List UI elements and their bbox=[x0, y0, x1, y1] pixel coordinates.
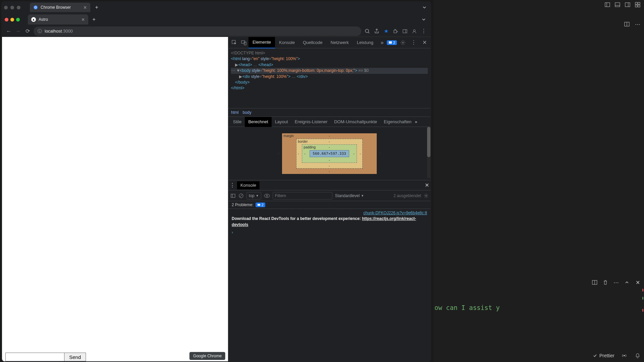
terminal-panel-icon[interactable] bbox=[591, 279, 598, 286]
settings-gear-icon[interactable] bbox=[424, 193, 428, 198]
maximize-window-icon[interactable] bbox=[17, 6, 20, 9]
panel-layout-icon-2[interactable] bbox=[614, 1, 621, 8]
issues-badge[interactable]: 2 bbox=[387, 40, 397, 45]
devtools-tab-performance[interactable]: Leistung bbox=[353, 37, 377, 48]
styles-tab-berechnet[interactable]: Berechnet bbox=[245, 117, 271, 127]
dock-tooltip: Google Chrome bbox=[189, 352, 225, 360]
clear-console-icon[interactable] bbox=[238, 193, 244, 198]
close-drawer-icon[interactable]: ✕ bbox=[425, 182, 429, 188]
browser-tab[interactable]: ▲ Astro ✕ bbox=[28, 14, 88, 25]
broadcast-icon[interactable] bbox=[620, 352, 628, 359]
trash-icon[interactable] bbox=[602, 279, 609, 286]
split-editor-icon[interactable] bbox=[623, 20, 631, 28]
tabs-dropdown-icon[interactable] bbox=[420, 5, 428, 9]
svg-point-22 bbox=[413, 30, 415, 32]
kebab-icon[interactable]: ⋮ bbox=[230, 182, 235, 188]
zoom-icon[interactable] bbox=[364, 28, 371, 35]
page-viewport: Send Google Chrome bbox=[2, 37, 228, 361]
panel-layout-icon-3[interactable] bbox=[624, 1, 631, 8]
side-panel-icon[interactable] bbox=[402, 28, 408, 35]
styles-tab-layout[interactable]: Layout bbox=[272, 117, 291, 127]
minimize-window-icon[interactable] bbox=[10, 18, 14, 21]
close-devtools-icon[interactable]: ✕ bbox=[420, 38, 429, 47]
outer-tab-bar: Chrome Browser ✕ + bbox=[1, 1, 431, 13]
styles-tab-props[interactable]: Eigenschaften bbox=[380, 117, 415, 127]
close-icon[interactable]: ✕ bbox=[634, 279, 641, 286]
send-button[interactable]: Send bbox=[64, 353, 86, 361]
menu-kebab-icon[interactable]: ⋮ bbox=[420, 28, 427, 35]
editor-tab-icons: ⋯ bbox=[433, 19, 644, 29]
devtools-tab-network[interactable]: Netzwerk bbox=[327, 37, 353, 48]
bell-icon[interactable] bbox=[634, 352, 641, 359]
tabs-dropdown-icon[interactable] bbox=[420, 17, 428, 21]
extensions-icon[interactable] bbox=[392, 28, 399, 35]
svg-rect-8 bbox=[635, 5, 637, 7]
filter-input[interactable]: Filtern bbox=[273, 192, 332, 199]
url-input[interactable]: ⓘ localhost:3000 bbox=[34, 27, 361, 36]
back-icon[interactable]: ← bbox=[5, 28, 12, 35]
box-model: margin - 8 8 - border - - - - padding bbox=[228, 127, 430, 180]
styles-tab-listener[interactable]: Ereignis-Listener bbox=[291, 117, 331, 127]
inner-browser-window: ▲ Astro ✕ + ← → ⟳ ⓘ localhost:3000 ★ ⋮ bbox=[2, 13, 430, 361]
panel-layout-icon-1[interactable] bbox=[604, 1, 611, 8]
hidden-count[interactable]: 2 ausgeblendet bbox=[394, 193, 421, 198]
svg-rect-20 bbox=[403, 30, 407, 33]
panel-grid-icon[interactable] bbox=[634, 1, 641, 8]
dom-tree[interactable]: <!DOCTYPE html> <html lang="en" style="h… bbox=[228, 48, 430, 108]
svg-rect-9 bbox=[638, 5, 640, 7]
maximize-window-icon[interactable] bbox=[16, 18, 20, 21]
svg-point-32 bbox=[264, 194, 270, 197]
outer-browser-tab[interactable]: Chrome Browser ✕ bbox=[30, 3, 90, 12]
forward-icon[interactable]: → bbox=[15, 28, 21, 35]
log-level-select[interactable]: Standardlevel▼ bbox=[335, 193, 364, 198]
site-info-icon[interactable]: ⓘ bbox=[38, 28, 42, 34]
chevron-up-icon[interactable] bbox=[623, 279, 631, 286]
scrollbar[interactable] bbox=[427, 127, 430, 178]
problems-row[interactable]: 2 Probleme: 2 bbox=[228, 201, 430, 209]
inner-tab-bar: ▲ Astro ✕ + bbox=[2, 13, 430, 26]
console-drawer-tab[interactable]: Konsole bbox=[237, 181, 260, 189]
live-expression-icon[interactable] bbox=[264, 194, 270, 198]
more-tabs-icon[interactable]: » bbox=[415, 119, 417, 124]
source-link[interactable]: chunk-DFKOJ226.js?v=9e6b4e8c:8 bbox=[363, 210, 427, 216]
breadcrumb-body[interactable]: body bbox=[243, 110, 251, 115]
share-icon[interactable] bbox=[373, 28, 380, 35]
inspect-icon[interactable] bbox=[230, 38, 239, 47]
settings-gear-icon[interactable] bbox=[398, 38, 408, 47]
devtools-tab-elements[interactable]: Elemente bbox=[248, 37, 275, 48]
close-window-icon[interactable] bbox=[4, 6, 8, 9]
svg-point-18 bbox=[365, 29, 369, 33]
reload-icon[interactable]: ⟳ bbox=[24, 28, 31, 35]
box-model-content: 560.667×597.333 bbox=[310, 150, 349, 157]
breadcrumb-html[interactable]: html bbox=[231, 110, 239, 115]
svg-rect-26 bbox=[389, 41, 392, 44]
new-tab-icon[interactable]: + bbox=[90, 16, 98, 23]
chat-input[interactable] bbox=[5, 353, 64, 361]
close-tab-icon[interactable]: ✕ bbox=[83, 5, 87, 10]
devtools-tab-console[interactable]: Konsole bbox=[275, 37, 299, 48]
new-tab-icon[interactable]: + bbox=[93, 4, 100, 11]
svg-line-31 bbox=[240, 194, 242, 197]
status-bar: Prettier bbox=[593, 352, 641, 359]
dom-breadcrumb[interactable]: html body bbox=[228, 108, 430, 117]
bookmark-star-icon[interactable]: ★ bbox=[383, 28, 389, 35]
styles-tab-stile[interactable]: Stile bbox=[230, 117, 245, 127]
kebab-icon[interactable]: ⋯ bbox=[612, 279, 620, 286]
svg-rect-7 bbox=[638, 2, 640, 4]
minimize-window-icon[interactable] bbox=[10, 6, 14, 9]
kebab-icon[interactable]: ⋯ bbox=[634, 20, 641, 28]
profile-icon[interactable] bbox=[411, 28, 418, 35]
console-output[interactable]: chunk-DFKOJ226.js?v=9e6b4e8c:8 Download … bbox=[228, 209, 430, 361]
device-toggle-icon[interactable] bbox=[239, 38, 248, 47]
context-select[interactable]: top▼ bbox=[246, 192, 261, 199]
devtools-tab-sources[interactable]: Quellcode bbox=[299, 37, 327, 48]
sidebar-toggle-icon[interactable] bbox=[230, 193, 236, 198]
more-tabs-icon[interactable]: » bbox=[377, 38, 387, 47]
styles-tab-dom-bp[interactable]: DOM-Umschaltpunkte bbox=[331, 117, 380, 127]
kebab-icon[interactable]: ⋮ bbox=[409, 38, 418, 47]
svg-rect-28 bbox=[231, 194, 235, 197]
close-window-icon[interactable] bbox=[5, 18, 8, 21]
close-tab-icon[interactable]: ✕ bbox=[81, 17, 85, 22]
prettier-status[interactable]: Prettier bbox=[593, 353, 614, 358]
chrome-favicon-icon bbox=[33, 5, 38, 10]
